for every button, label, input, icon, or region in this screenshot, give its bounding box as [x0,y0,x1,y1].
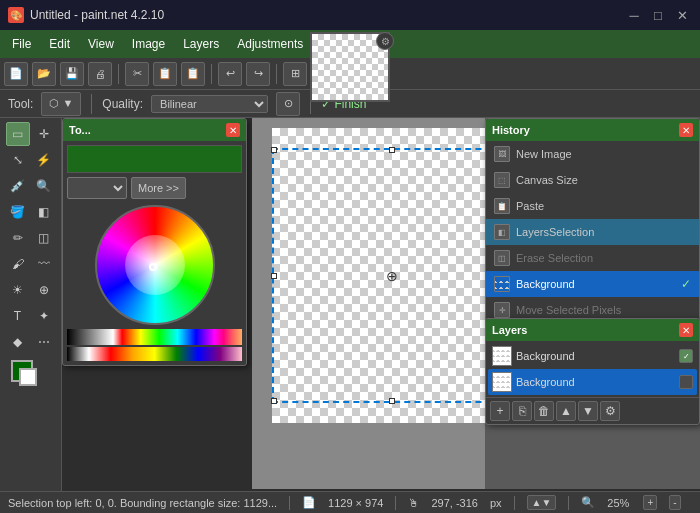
history-item-canvas-size[interactable]: ⬚ Canvas Size [486,167,699,193]
zoom-out-button[interactable]: - [669,495,680,510]
tool-gradient[interactable]: ◧ [32,200,56,224]
aa-btn[interactable]: ⊙ [276,92,300,116]
history-item-layers-selection[interactable]: ◧ LayersSelection [486,219,699,245]
color-wheel-container [67,205,242,325]
toolbar-undo[interactable]: ↩ [218,62,242,86]
tool-color-panel-header[interactable]: To... ✕ [63,119,246,141]
handle-bm[interactable] [389,398,395,404]
layer-delete-button[interactable]: 🗑 [534,401,554,421]
menu-file[interactable]: File [4,34,39,54]
tool-smear[interactable]: 〰 [32,252,56,276]
toolbar-save[interactable]: 💾 [60,62,84,86]
tool-color-panel: To... ✕ New Image More >> [62,118,247,366]
zoom-in-button[interactable]: + [643,495,657,510]
status-zoom: 25% [607,497,629,509]
title-bar-left: 🎨 Untitled - paint.net 4.2.10 [8,7,164,23]
menu-edit[interactable]: Edit [41,34,78,54]
app-title: Untitled - paint.net 4.2.10 [30,8,164,22]
tool-eraser[interactable]: ◫ [32,226,56,250]
history-item-erase-selection[interactable]: ◫ Erase Selection [486,245,699,271]
history-item-paste[interactable]: 📋 Paste [486,193,699,219]
layer-down-button[interactable]: ▼ [578,401,598,421]
quality-label: Quality: [102,97,143,111]
layer-add-button[interactable]: + [490,401,510,421]
tool-shapes[interactable]: ◆ [6,330,30,354]
toolbar-new[interactable]: 📄 [4,62,28,86]
status-unit-toggle[interactable]: ▲▼ [527,495,557,510]
toolbar-grid[interactable]: ⊞ [283,62,307,86]
history-panel: History ✕ 🖼 New Image ⬚ Canvas Size 📋 Pa… [485,118,700,324]
toolbar-redo[interactable]: ↪ [246,62,270,86]
more-colors-button[interactable]: More >> [131,177,186,199]
layer-item-2[interactable]: Background [488,369,697,395]
tool-wand[interactable]: ⚡ [32,148,56,172]
minimize-button[interactable]: ─ [624,5,644,25]
history-panel-header[interactable]: History ✕ [486,119,699,141]
layer-up-button[interactable]: ▲ [556,401,576,421]
palette-dropdown[interactable] [67,177,127,199]
app-icon: 🎨 [8,7,24,23]
history-background-icon [494,276,510,292]
layers-bottom-bar: + ⎘ 🗑 ▲ ▼ ⚙ [486,397,699,424]
tool-color-panel-close[interactable]: ✕ [226,123,240,137]
quality-select[interactable]: Bilinear Nearest Neighbor Bicubic [151,95,268,113]
layers-float-close[interactable]: ✕ [679,323,693,337]
handle-tl[interactable] [271,147,277,153]
history-item-new-image[interactable]: 🖼 New Image [486,141,699,167]
menu-adjustments[interactable]: Adjustments [229,34,311,54]
maximize-button[interactable]: □ [648,5,668,25]
tool-zoom[interactable]: 🔍 [32,174,56,198]
tool-shapes-alt[interactable]: ✦ [32,304,56,328]
color-gradient-strip[interactable] [67,347,242,361]
history-background-check: ✓ [681,277,691,291]
menu-image[interactable]: Image [124,34,173,54]
canvas-content[interactable]: ⊕ [272,128,512,423]
tool-lasso[interactable]: ⤡ [6,148,30,172]
toolbar-print[interactable]: 🖨 [88,62,112,86]
window-controls[interactable]: ─ □ ✕ [624,5,692,25]
layer-duplicate-button[interactable]: ⎘ [512,401,532,421]
left-toolbar: ▭ ✛ ⤡ ⚡ 💉 🔍 🪣 ◧ ✏ ◫ 🖌 〰 ☀ ⊕ T ✦ [0,118,62,511]
layers-float-header[interactable]: Layers ✕ [486,319,699,341]
tool-pencil[interactable]: ✏ [6,226,30,250]
color-wheel[interactable] [95,205,215,325]
history-item-background[interactable]: Background ✓ [486,271,699,297]
tool-brush[interactable]: 🖌 [6,252,30,276]
title-bar: 🎨 Untitled - paint.net 4.2.10 ⚙ ─ □ ✕ [0,0,700,30]
history-panel-close[interactable]: ✕ [679,123,693,137]
toolbar-cut[interactable]: ✂ [125,62,149,86]
tool-eyedropper[interactable]: 💉 [6,174,30,198]
layer-visible-1[interactable]: ✓ [679,349,693,363]
color-palette-strip[interactable] [67,329,242,345]
handle-bl[interactable] [271,398,277,404]
tool-row-2: ⤡ ⚡ [6,148,56,172]
close-button[interactable]: ✕ [672,5,692,25]
center-handle[interactable]: ⊕ [384,268,400,284]
opts-sep1 [91,94,92,114]
menu-view[interactable]: View [80,34,122,54]
handle-tm[interactable] [389,147,395,153]
layer-item-1[interactable]: Background ✓ [488,343,697,369]
tool-rectangle-select[interactable]: ▭ [6,122,30,146]
tool-stamp[interactable]: ⊕ [32,278,56,302]
history-canvas-size-icon: ⬚ [494,172,510,188]
menu-layers[interactable]: Layers [175,34,227,54]
tool-text[interactable]: T [6,304,30,328]
tool-row-1: ▭ ✛ [6,122,56,146]
layers-list: Background ✓ Background [486,341,699,397]
tool-selector[interactable]: ⬡ ▼ [41,92,81,116]
toolbar-paste[interactable]: 📋 [181,62,205,86]
tool-more[interactable]: ⋯ [32,330,56,354]
layers-float-panel: Layers ✕ Background ✓ Background + ⎘ 🗑 [485,318,700,425]
tool-move[interactable]: ✛ [32,122,56,146]
layer-props-button[interactable]: ⚙ [600,401,620,421]
tool-dodge[interactable]: ☀ [6,278,30,302]
layer-visible-2[interactable] [679,375,693,389]
layer-name-2: Background [516,376,675,388]
secondary-color-swatch[interactable] [19,368,37,386]
tool-paintbucket[interactable]: 🪣 [6,200,30,224]
preview-options-icon[interactable]: ⚙ [376,32,394,50]
toolbar-copy[interactable]: 📋 [153,62,177,86]
toolbar-open[interactable]: 📂 [32,62,56,86]
handle-ml[interactable] [271,273,277,279]
